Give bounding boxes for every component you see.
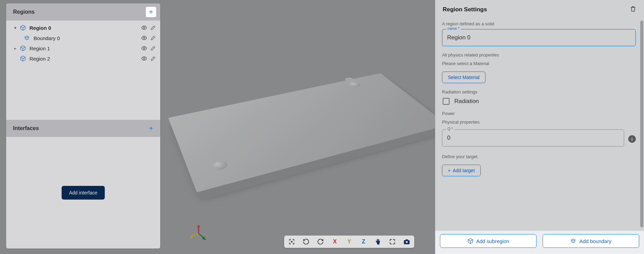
q-label: Q * (446, 127, 454, 131)
cube-icon (20, 55, 26, 62)
radiation-label: Radiation (454, 98, 479, 105)
chevron-right-icon[interactable]: ▸ (13, 46, 18, 51)
tree-label: Region 2 (29, 56, 50, 62)
add-region-button[interactable]: + (146, 7, 156, 17)
add-interface-plus-button[interactable]: + (146, 123, 156, 134)
model-peg (348, 81, 363, 88)
fit-view-icon[interactable] (288, 238, 296, 246)
right-header: Region Settings (435, 0, 644, 17)
edit-icon[interactable] (150, 55, 156, 62)
tree-item-region-2[interactable]: Region 2 (6, 53, 160, 64)
viewport-3d[interactable]: X Y Z (164, 0, 430, 254)
fullscreen-icon[interactable] (388, 238, 396, 246)
boundary-icon (24, 35, 30, 41)
q-field-wrap: Q * (442, 129, 624, 147)
visibility-icon[interactable] (141, 35, 147, 41)
physical-properties: Physical properties (442, 119, 636, 125)
svg-point-3 (143, 58, 145, 60)
interfaces-body: Add interface (6, 137, 160, 249)
add-target-button[interactable]: + Add target (442, 165, 481, 176)
pan-icon[interactable] (374, 238, 382, 246)
svg-point-10 (291, 241, 292, 242)
tree-item-region-1[interactable]: ▸ Region 1 (6, 43, 160, 53)
right-body: A region defined as a solid name * All p… (435, 17, 644, 231)
svg-point-2 (143, 48, 145, 49)
visibility-icon[interactable] (141, 45, 147, 51)
physics-heading: All physics related properties (442, 52, 636, 58)
model-plate[interactable] (168, 73, 448, 193)
tree-label: Region 0 (29, 25, 51, 31)
axis-z-button[interactable]: Z (359, 238, 368, 246)
visibility-icon[interactable] (141, 55, 147, 62)
tree-label: Region 1 (29, 46, 50, 51)
name-field-wrap: name * (442, 29, 636, 46)
interfaces-header: Interfaces + (6, 120, 160, 137)
model-peg (211, 160, 229, 171)
region-description: A region defined as a solid (442, 21, 636, 26)
svg-point-0 (143, 27, 145, 29)
add-interface-button[interactable]: Add interface (62, 186, 105, 200)
q-input[interactable] (442, 129, 624, 147)
axis-x-button[interactable]: X (331, 238, 339, 246)
svg-point-11 (406, 241, 408, 243)
name-label: name * (446, 26, 461, 30)
rotate-ccw-icon[interactable] (302, 238, 310, 246)
radiation-checkbox[interactable] (443, 98, 450, 105)
add-boundary-button[interactable]: Add boundary (543, 234, 639, 248)
chevron-down-icon[interactable]: ▾ (13, 26, 18, 30)
camera-icon[interactable] (403, 238, 411, 246)
visibility-icon[interactable] (141, 25, 147, 31)
power-heading: Power (442, 111, 636, 116)
region-settings-title: Region Settings (443, 6, 487, 13)
add-subregion-button[interactable]: Add subregion (440, 234, 536, 248)
rotate-cw-icon[interactable] (316, 238, 325, 246)
tree-item-region-0[interactable]: ▾ Region 0 (6, 23, 160, 33)
regions-header: Regions + (6, 3, 160, 21)
cube-icon (20, 25, 26, 31)
select-material-button[interactable]: Select Material (442, 72, 485, 83)
footer-buttons: Add subregion Add boundary (435, 231, 644, 254)
axis-y-button[interactable]: Y (345, 238, 353, 246)
scrollbar[interactable] (639, 21, 643, 227)
name-input[interactable] (442, 29, 636, 46)
material-prompt: Please select a Material (442, 61, 636, 66)
delete-icon[interactable] (630, 5, 636, 14)
regions-tree: ▾ Region 0 Boundary 0 ▸ Region 1 (6, 21, 160, 120)
svg-marker-5 (197, 225, 200, 227)
regions-title: Regions (13, 9, 35, 15)
edit-icon[interactable] (150, 35, 156, 41)
cube-icon (467, 238, 473, 244)
edit-icon[interactable] (150, 25, 156, 31)
svg-marker-7 (190, 235, 193, 238)
radiation-checkbox-row: Radiation (443, 98, 636, 105)
edit-icon[interactable] (150, 45, 156, 51)
svg-point-1 (143, 37, 145, 39)
right-panel: Region Settings A region defined as a so… (435, 0, 644, 254)
cube-icon (20, 45, 26, 51)
viewport-toolbar: X Y Z (284, 236, 414, 248)
tree-label: Boundary 0 (34, 35, 60, 41)
boundary-icon (570, 238, 577, 244)
target-heading: Define your target. (442, 154, 636, 159)
info-icon[interactable]: i (628, 135, 636, 143)
tree-item-boundary-0[interactable]: Boundary 0 (6, 33, 160, 43)
left-panel: Regions + ▾ Region 0 Boundary 0 ▸ Region… (6, 3, 160, 249)
interfaces-title: Interfaces (13, 125, 39, 131)
plus-icon: + (448, 168, 451, 173)
radiation-heading: Radiation settings (442, 89, 636, 94)
axes-gizmo[interactable] (188, 223, 209, 244)
